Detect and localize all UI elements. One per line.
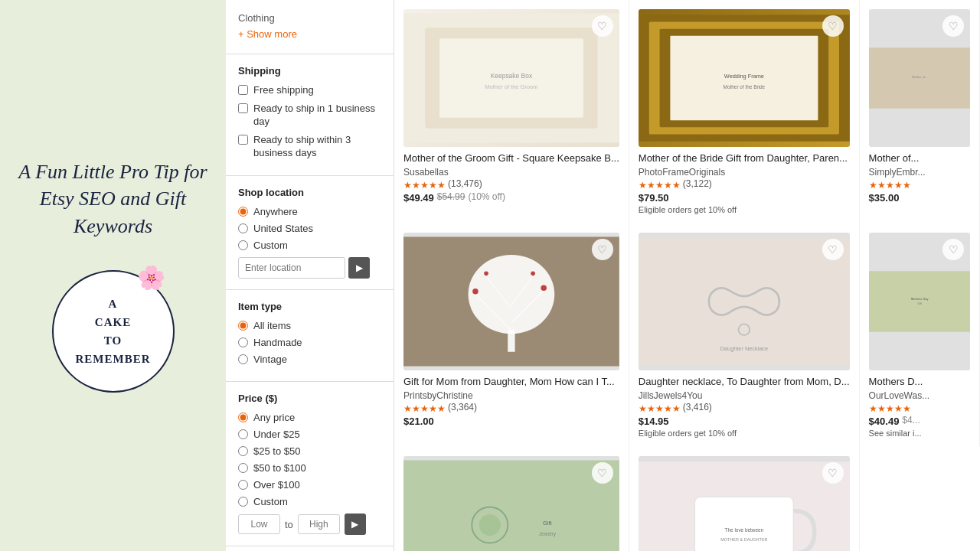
left-panel: A Fun Little Pro Tip for Etsy SEO and Gi… bbox=[0, 0, 226, 551]
location-us-label: United States bbox=[253, 223, 313, 234]
price-low-input[interactable] bbox=[238, 514, 280, 534]
price-section: Price ($) Any price Under $25 $25 to $50… bbox=[226, 382, 394, 546]
wishlist-button[interactable]: ♡ bbox=[592, 15, 613, 37]
product-card: Wedding Frame Mother of the Bride ♡ Moth… bbox=[629, 0, 860, 223]
location-custom-row: Custom bbox=[238, 240, 381, 251]
wishlist-button[interactable]: ♡ bbox=[822, 462, 844, 484]
item-vintage-radio[interactable] bbox=[238, 354, 248, 364]
promo-title: A Fun Little Pro Tip for Etsy SEO and Gi… bbox=[15, 158, 211, 239]
price-under25-label: Under $25 bbox=[253, 429, 300, 440]
product-stars: ★★★★★ bbox=[869, 180, 911, 191]
wishlist-button[interactable]: ♡ bbox=[942, 239, 964, 260]
product-price: $40.49 bbox=[869, 416, 900, 427]
price-any-radio[interactable] bbox=[238, 412, 248, 422]
product-title: Mother of... bbox=[869, 152, 970, 165]
product-image: Keepsake Box Mother of the Groom bbox=[403, 9, 619, 147]
product-title: Daughter necklace, To Daughter from Mom,… bbox=[639, 376, 850, 389]
svg-text:Keepsake Box: Keepsake Box bbox=[491, 72, 533, 80]
wishlist-button[interactable]: ♡ bbox=[822, 239, 844, 260]
product-shop: Susabellas bbox=[403, 167, 619, 178]
show-more-link[interactable]: + Show more bbox=[238, 25, 381, 43]
product-shop: JillsJewels4You bbox=[639, 390, 850, 401]
svg-point-23 bbox=[531, 271, 535, 276]
ship-1day-checkbox[interactable] bbox=[238, 103, 248, 113]
wishlist-button[interactable]: ♡ bbox=[592, 239, 613, 260]
price-arrow-icon: ▶ bbox=[351, 519, 358, 530]
location-custom-label: Custom bbox=[253, 240, 288, 251]
price-submit-button[interactable]: ▶ bbox=[345, 514, 366, 535]
svg-rect-36 bbox=[694, 497, 793, 551]
product-title: Mother of the Groom Gift - Square Keepsa… bbox=[403, 152, 619, 165]
logo-text: A Cake To Remember bbox=[76, 295, 151, 368]
shipping-section: Shipping Free shipping Ready to ship in … bbox=[226, 54, 394, 176]
item-vintage-row: Vintage bbox=[238, 354, 381, 365]
wishlist-button[interactable]: ♡ bbox=[942, 15, 964, 37]
product-card: Mother of... ♡ Mother of... SimplyEmbr..… bbox=[860, 0, 980, 223]
free-shipping-checkbox[interactable] bbox=[238, 85, 248, 95]
filter-panel: Clothing + Show more Shipping Free shipp… bbox=[226, 0, 394, 551]
product-stars: ★★★★★ bbox=[639, 403, 681, 414]
svg-point-14 bbox=[469, 255, 555, 334]
product-stars: ★★★★★ bbox=[403, 403, 446, 414]
stars-row: ★★★★★ (3,416) bbox=[639, 401, 850, 414]
price-50to100-radio[interactable] bbox=[238, 463, 248, 473]
product-image: Wedding Frame Mother of the Bride bbox=[639, 9, 850, 147]
location-us-radio[interactable] bbox=[238, 223, 248, 233]
logo-circle: 🌸 A Cake To Remember bbox=[52, 270, 175, 393]
wishlist-button[interactable]: ♡ bbox=[592, 462, 613, 484]
price-any-label: Any price bbox=[253, 412, 295, 423]
svg-text:Mothers Day: Mothers Day bbox=[911, 297, 929, 301]
product-reviews: (3,364) bbox=[448, 402, 477, 412]
stars-row: ★★★★★ (13,476) bbox=[403, 178, 619, 191]
price-to-label: to bbox=[285, 519, 293, 530]
products-panel: Keepsake Box Mother of the Groom ♡ Mothe… bbox=[394, 0, 980, 551]
svg-text:Gift: Gift bbox=[543, 520, 553, 527]
price-over100-radio[interactable] bbox=[238, 480, 248, 490]
svg-text:Jewelry: Jewelry bbox=[539, 531, 557, 537]
product-card: Daughter Necklace ♡ Daughter necklace, T… bbox=[629, 223, 860, 447]
wishlist-button[interactable]: ♡ bbox=[822, 15, 844, 37]
svg-text:Mother of the Bride: Mother of the Bride bbox=[723, 84, 765, 90]
category-clothing[interactable]: Clothing bbox=[238, 11, 381, 25]
product-card: Keepsake Box Mother of the Groom ♡ Mothe… bbox=[394, 0, 629, 223]
svg-text:The love between: The love between bbox=[724, 527, 763, 533]
product-reviews: (3,122) bbox=[683, 178, 712, 189]
location-input[interactable] bbox=[238, 257, 345, 279]
price-custom-radio[interactable] bbox=[238, 497, 248, 507]
product-shop: OurLoveWas... bbox=[869, 390, 970, 401]
location-submit-button[interactable]: ▶ bbox=[348, 257, 370, 279]
free-shipping-label: Free shipping bbox=[253, 84, 314, 97]
price-range-row: to ▶ bbox=[238, 514, 381, 535]
svg-rect-27 bbox=[869, 271, 970, 331]
stars-row: ★★★★★ (3,122) bbox=[639, 178, 850, 191]
stars-row: ★★★★★ bbox=[869, 401, 970, 414]
product-title: Mothers D... bbox=[869, 376, 970, 389]
product-additional-price: $4... bbox=[902, 415, 920, 425]
product-shop: SimplyEmbr... bbox=[869, 167, 970, 178]
arrow-right-icon: ▶ bbox=[356, 262, 363, 273]
ship-1day-label: Ready to ship in 1 business day bbox=[253, 103, 381, 129]
product-price: $49.49 bbox=[403, 192, 434, 204]
item-handmade-radio[interactable] bbox=[238, 337, 248, 347]
item-type-title: Item type bbox=[238, 301, 381, 312]
svg-text:Mother of the Groom: Mother of the Groom bbox=[485, 83, 537, 90]
price-high-input[interactable] bbox=[298, 514, 340, 534]
item-all-radio[interactable] bbox=[238, 321, 248, 331]
price-title: Price ($) bbox=[238, 393, 381, 404]
product-eligibility: Eligible orders get 10% off bbox=[639, 205, 850, 214]
location-anywhere-radio[interactable] bbox=[238, 207, 248, 217]
price-under25-radio[interactable] bbox=[238, 429, 248, 439]
shop-location-title: Shop location bbox=[238, 187, 381, 198]
product-image: Gift Jewelry bbox=[403, 456, 619, 551]
product-eligibility: Eligible orders get 10% off bbox=[639, 429, 850, 438]
product-price: $35.00 bbox=[869, 192, 900, 204]
stars-row: ★★★★★ bbox=[869, 178, 970, 191]
location-custom-radio[interactable] bbox=[238, 240, 248, 250]
product-eligibility: See similar i... bbox=[869, 429, 970, 438]
ship-3day-checkbox[interactable] bbox=[238, 135, 248, 145]
categories-section: Clothing + Show more bbox=[226, 0, 394, 54]
price-25to50-radio[interactable] bbox=[238, 446, 248, 456]
product-card: Gift Jewelry ♡ bbox=[394, 447, 629, 551]
svg-text:Gift: Gift bbox=[917, 302, 921, 305]
shipping-1day-row: Ready to ship in 1 business day bbox=[238, 103, 381, 129]
